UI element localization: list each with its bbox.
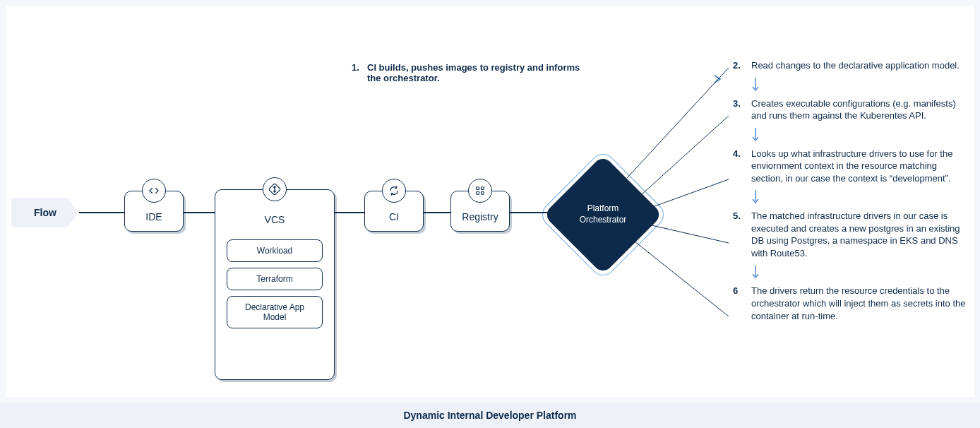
arrow-icon — [620, 73, 726, 74]
vcs-item: Workload — [227, 239, 323, 262]
vcs-item: Terraform — [227, 268, 323, 290]
vcs-item-label: Declarative App Model — [245, 302, 304, 322]
vcs-item: Declarative App Model — [227, 296, 323, 328]
svg-rect-4 — [477, 187, 479, 190]
annotation-num: 1. — [352, 62, 361, 83]
step-text: Creates executable configurations (e.g. … — [751, 97, 966, 122]
code-icon — [142, 179, 166, 203]
step-item: 5. The matched infrastructure drivers in… — [733, 210, 966, 259]
annotation-text: CI builds, pushes images to registry and… — [367, 62, 585, 83]
connector — [79, 212, 124, 213]
svg-rect-6 — [477, 192, 479, 195]
connector — [184, 212, 215, 213]
arrow-down-icon — [751, 128, 966, 143]
node-orchestrator-label: Platform Orchestrator — [561, 172, 645, 257]
arrow-down-icon — [751, 265, 966, 280]
arrow-down-icon — [751, 78, 966, 93]
flow-label-text: Flow — [34, 207, 56, 218]
step-text: The drivers return the resource credenti… — [751, 285, 966, 322]
svg-point-1 — [274, 186, 275, 188]
annotation-step-1: 1. CI builds, pushes images to registry … — [352, 62, 585, 83]
svg-point-2 — [274, 191, 275, 192]
steps-list: 2. Read changes to the declarative appli… — [733, 59, 966, 328]
node-orchestrator: Platform Orchestrator — [561, 172, 645, 257]
node-ci: CI — [364, 191, 424, 232]
connector — [424, 212, 450, 213]
step-item: 4. Looks up what infrastructure drivers … — [733, 148, 966, 185]
git-icon — [263, 177, 287, 201]
vcs-item-label: Terraform — [256, 274, 292, 284]
diagram-canvas: Flow IDE VCS Workload Terraform Declarat… — [6, 6, 974, 397]
node-ide: IDE — [124, 191, 184, 232]
svg-rect-5 — [482, 187, 484, 190]
step-num: 4. — [733, 148, 744, 185]
sync-icon — [382, 179, 406, 203]
step-item: 3. Creates executable configurations (e.… — [733, 97, 966, 122]
footer-text: Dynamic Internal Developer Platform — [403, 410, 576, 421]
footer-caption: Dynamic Internal Developer Platform — [0, 403, 980, 428]
vcs-item-label: Workload — [257, 246, 292, 256]
connector — [335, 212, 364, 213]
svg-line-13 — [631, 239, 729, 316]
step-num: 6 — [733, 285, 744, 322]
svg-line-9 — [627, 68, 729, 178]
svg-line-10 — [641, 116, 729, 195]
step-text: The matched infrastructure drivers in ou… — [751, 210, 966, 259]
step-item: 2. Read changes to the declarative appli… — [733, 59, 966, 72]
arrow-down-icon — [751, 190, 966, 206]
node-vcs: VCS Workload Terraform Declarative App M… — [215, 189, 335, 380]
connector — [510, 212, 566, 213]
step-text: Looks up what infrastructure drivers to … — [751, 148, 966, 185]
flow-label: Flow — [11, 198, 79, 227]
step-num: 2. — [733, 59, 744, 72]
step-text: Read changes to the declarative applicat… — [751, 59, 966, 72]
node-vcs-label: VCS — [222, 197, 327, 234]
step-num: 5. — [733, 210, 744, 259]
node-registry: Registry — [450, 191, 510, 232]
svg-rect-7 — [482, 192, 484, 195]
step-item: 6 The drivers return the resource creden… — [733, 285, 966, 322]
step-num: 3. — [733, 97, 744, 122]
grid-icon — [468, 179, 492, 203]
